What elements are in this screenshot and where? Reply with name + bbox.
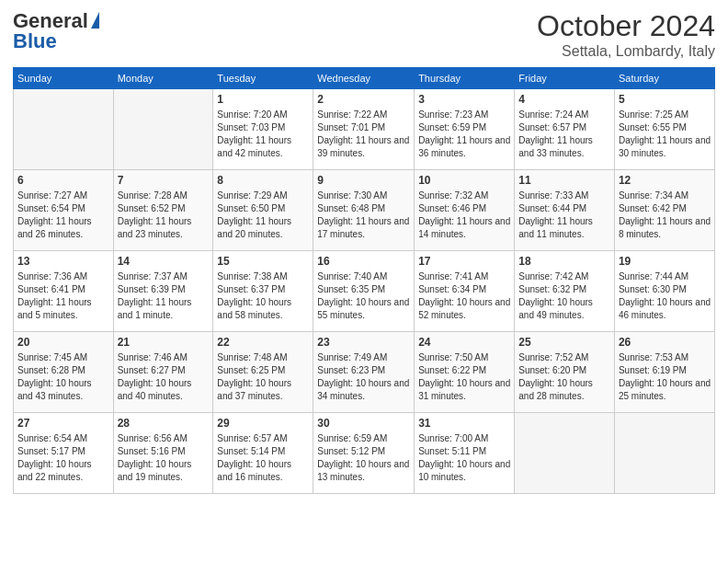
day-number: 1 (217, 92, 309, 108)
day-number: 26 (619, 335, 711, 350)
col-monday: Monday (113, 68, 213, 89)
calendar-cell: 14Sunrise: 7:37 AMSunset: 6:39 PMDayligh… (113, 251, 213, 332)
day-info: Sunrise: 7:38 AMSunset: 6:37 PMDaylight:… (217, 270, 309, 322)
day-info: Sunrise: 6:56 AMSunset: 5:16 PMDaylight:… (118, 432, 210, 484)
day-number: 28 (118, 416, 210, 431)
sunset-text: Sunset: 6:20 PM (518, 364, 610, 377)
sunset-text: Sunset: 6:28 PM (17, 364, 109, 377)
daylight-text: Daylight: 10 hours and 16 minutes. (217, 458, 309, 484)
day-number: 10 (418, 173, 510, 189)
col-sunday: Sunday (14, 68, 114, 89)
calendar-cell: 18Sunrise: 7:42 AMSunset: 6:32 PMDayligh… (515, 251, 615, 332)
sunrise-text: Sunrise: 7:20 AM (217, 109, 309, 121)
sunrise-text: Sunrise: 7:00 AM (418, 432, 510, 445)
calendar-week-row: 20Sunrise: 7:45 AMSunset: 6:28 PMDayligh… (14, 332, 715, 413)
day-number: 19 (619, 254, 711, 270)
sunset-text: Sunset: 6:54 PM (17, 202, 109, 215)
sunrise-text: Sunrise: 7:27 AM (17, 190, 109, 202)
sunset-text: Sunset: 6:46 PM (418, 202, 510, 215)
calendar-header: Sunday Monday Tuesday Wednesday Thursday… (14, 68, 715, 89)
calendar-cell: 8Sunrise: 7:29 AMSunset: 6:50 PMDaylight… (213, 170, 313, 251)
calendar-body: 1Sunrise: 7:20 AMSunset: 7:03 PMDaylight… (14, 89, 715, 494)
logo: General Blue (13, 9, 99, 53)
sunrise-text: Sunrise: 7:25 AM (619, 109, 711, 121)
day-number: 15 (217, 254, 309, 270)
sunset-text: Sunset: 6:39 PM (118, 283, 210, 296)
day-info: Sunrise: 7:24 AMSunset: 6:57 PMDaylight:… (518, 109, 610, 160)
calendar-cell: 6Sunrise: 7:27 AMSunset: 6:54 PMDaylight… (14, 170, 114, 251)
day-number: 12 (619, 173, 711, 189)
sunset-text: Sunset: 6:23 PM (317, 364, 410, 377)
daylight-text: Daylight: 10 hours and 25 minutes. (619, 377, 711, 403)
day-info: Sunrise: 7:22 AMSunset: 7:01 PMDaylight:… (317, 109, 410, 160)
day-info: Sunrise: 7:33 AMSunset: 6:44 PMDaylight:… (518, 190, 610, 241)
calendar-cell: 31Sunrise: 7:00 AMSunset: 5:11 PMDayligh… (415, 413, 515, 494)
day-info: Sunrise: 7:50 AMSunset: 6:22 PMDaylight:… (418, 351, 510, 403)
sunset-text: Sunset: 5:16 PM (118, 445, 210, 458)
day-number: 2 (317, 92, 410, 108)
daylight-text: Daylight: 11 hours and 11 minutes. (518, 215, 610, 241)
daylight-text: Daylight: 10 hours and 13 minutes. (317, 458, 410, 484)
daylight-text: Daylight: 10 hours and 28 minutes. (518, 377, 610, 403)
calendar-cell: 3Sunrise: 7:23 AMSunset: 6:59 PMDaylight… (415, 89, 515, 170)
day-number: 11 (518, 173, 610, 189)
daylight-text: Daylight: 11 hours and 14 minutes. (418, 215, 510, 241)
daylight-text: Daylight: 10 hours and 19 minutes. (118, 458, 210, 484)
calendar-cell (14, 89, 114, 170)
calendar-cell: 5Sunrise: 7:25 AMSunset: 6:55 PMDaylight… (614, 89, 714, 170)
daylight-text: Daylight: 10 hours and 10 minutes. (418, 458, 510, 484)
location: Settala, Lombardy, Italy (537, 43, 715, 60)
daylight-text: Daylight: 11 hours and 17 minutes. (317, 215, 410, 241)
daylight-text: Daylight: 11 hours and 5 minutes. (17, 296, 109, 322)
sunset-text: Sunset: 5:14 PM (217, 445, 309, 458)
sunrise-text: Sunrise: 6:59 AM (317, 432, 410, 445)
sunrise-text: Sunrise: 7:44 AM (619, 270, 711, 283)
daylight-text: Daylight: 10 hours and 31 minutes. (418, 377, 510, 403)
sunrise-text: Sunrise: 7:37 AM (118, 270, 210, 283)
sunrise-text: Sunrise: 7:28 AM (118, 190, 210, 202)
sunset-text: Sunset: 6:57 PM (518, 121, 610, 134)
title-area: October 2024 Settala, Lombardy, Italy (537, 9, 715, 60)
sunrise-text: Sunrise: 7:48 AM (217, 351, 309, 364)
header: General Blue October 2024 Settala, Lomba… (13, 9, 715, 60)
sunset-text: Sunset: 6:22 PM (418, 364, 510, 377)
day-info: Sunrise: 7:45 AMSunset: 6:28 PMDaylight:… (17, 351, 109, 403)
daylight-text: Daylight: 11 hours and 1 minute. (118, 296, 210, 322)
sunrise-text: Sunrise: 7:38 AM (217, 270, 309, 283)
day-number: 7 (118, 173, 210, 189)
sunset-text: Sunset: 6:59 PM (418, 121, 510, 134)
day-info: Sunrise: 7:27 AMSunset: 6:54 PMDaylight:… (17, 190, 109, 241)
day-number: 17 (418, 254, 510, 270)
day-info: Sunrise: 6:57 AMSunset: 5:14 PMDaylight:… (217, 432, 309, 484)
sunset-text: Sunset: 6:48 PM (317, 202, 410, 215)
calendar-cell: 20Sunrise: 7:45 AMSunset: 6:28 PMDayligh… (14, 332, 114, 413)
sunrise-text: Sunrise: 7:23 AM (418, 109, 510, 121)
daylight-text: Daylight: 10 hours and 37 minutes. (217, 377, 309, 403)
calendar-cell: 17Sunrise: 7:41 AMSunset: 6:34 PMDayligh… (415, 251, 515, 332)
sunrise-text: Sunrise: 7:34 AM (619, 190, 711, 202)
sunrise-text: Sunrise: 7:36 AM (17, 270, 109, 283)
sunrise-text: Sunrise: 7:50 AM (418, 351, 510, 364)
daylight-text: Daylight: 10 hours and 49 minutes. (518, 296, 610, 322)
daylight-text: Daylight: 11 hours and 33 minutes. (518, 134, 610, 160)
day-info: Sunrise: 7:23 AMSunset: 6:59 PMDaylight:… (418, 109, 510, 160)
calendar-cell: 22Sunrise: 7:48 AMSunset: 6:25 PMDayligh… (213, 332, 313, 413)
sunset-text: Sunset: 6:41 PM (17, 283, 109, 296)
calendar-cell: 21Sunrise: 7:46 AMSunset: 6:27 PMDayligh… (113, 332, 213, 413)
day-number: 29 (217, 416, 309, 431)
day-info: Sunrise: 7:30 AMSunset: 6:48 PMDaylight:… (317, 190, 410, 241)
sunset-text: Sunset: 6:37 PM (217, 283, 309, 296)
sunrise-text: Sunrise: 7:22 AM (317, 109, 410, 121)
sunrise-text: Sunrise: 7:52 AM (518, 351, 610, 364)
day-info: Sunrise: 7:37 AMSunset: 6:39 PMDaylight:… (118, 270, 210, 322)
sunrise-text: Sunrise: 7:32 AM (418, 190, 510, 202)
daylight-text: Daylight: 11 hours and 30 minutes. (619, 134, 711, 160)
day-number: 25 (518, 335, 610, 350)
day-info: Sunrise: 6:54 AMSunset: 5:17 PMDaylight:… (17, 432, 109, 484)
logo-blue: Blue (13, 29, 57, 53)
calendar-cell: 7Sunrise: 7:28 AMSunset: 6:52 PMDaylight… (113, 170, 213, 251)
calendar-cell: 10Sunrise: 7:32 AMSunset: 6:46 PMDayligh… (415, 170, 515, 251)
calendar-week-row: 13Sunrise: 7:36 AMSunset: 6:41 PMDayligh… (14, 251, 715, 332)
day-number: 6 (17, 173, 109, 189)
daylight-text: Daylight: 10 hours and 40 minutes. (118, 377, 210, 403)
